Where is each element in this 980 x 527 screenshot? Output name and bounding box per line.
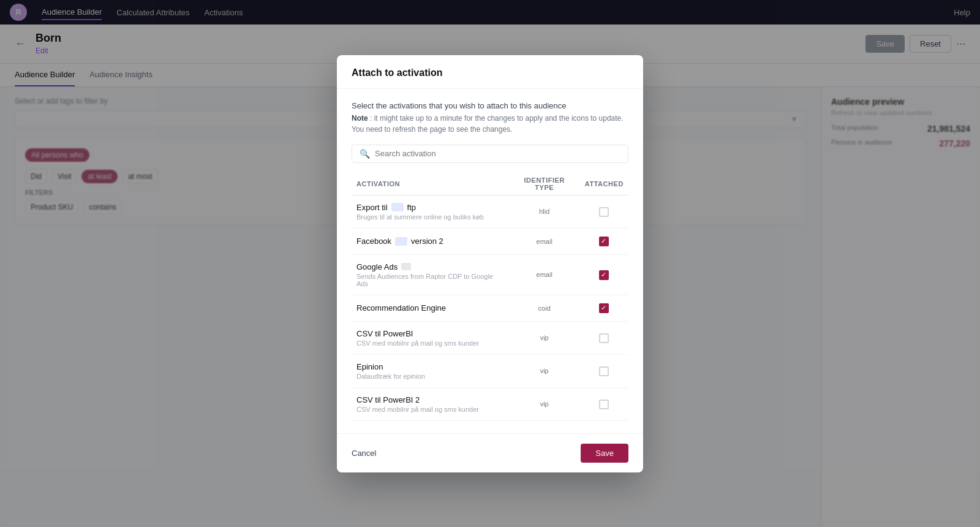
modal-footer: Cancel Save <box>337 433 643 472</box>
search-input[interactable] <box>375 149 620 158</box>
modal-header: Attach to activation <box>337 55 643 89</box>
checkbox-1[interactable] <box>599 237 609 246</box>
logo-icon-0 <box>391 203 404 211</box>
activation-row: Recommendation Engine coid <box>352 295 628 321</box>
activation-cell-0: Export til ftp Bruges til at summere onl… <box>352 195 509 228</box>
identifier-cell-2: email <box>509 254 580 295</box>
modal-overlay: Attach to activation Select the activati… <box>0 0 980 527</box>
activation-name: CSV til PowerBI <box>356 329 504 338</box>
checkbox-0[interactable] <box>599 207 609 217</box>
modal-title: Attach to activation <box>352 67 628 78</box>
activation-cell-3: Recommendation Engine <box>352 295 509 321</box>
checkbox-2[interactable] <box>599 270 609 280</box>
activation-row: Export til ftp Bruges til at summere onl… <box>352 195 628 228</box>
activation-name: Export til ftp <box>356 203 504 212</box>
activation-cell-2: Google Ads Sends Audiences from Raptor C… <box>352 254 509 295</box>
checkbox-cell-5[interactable] <box>580 354 628 387</box>
logo-icon-2 <box>401 263 411 270</box>
activation-row: Facebook version 2 email <box>352 228 628 254</box>
activation-row: Epinion Dataudtræk for epinion vip <box>352 354 628 387</box>
logo-icon-1 <box>395 237 407 246</box>
modal-description: Select the activations that you wish to … <box>352 101 628 110</box>
checkbox-3[interactable] <box>599 303 609 313</box>
checkbox-cell-2[interactable] <box>580 254 628 295</box>
checkbox-5[interactable] <box>599 366 609 376</box>
identifier-cell-1: email <box>509 228 580 254</box>
search-icon: 🔍 <box>360 149 370 159</box>
activation-cell-4: CSV til PowerBI CSV med mobilnr på mail … <box>352 321 509 354</box>
activation-cell-1: Facebook version 2 <box>352 228 509 254</box>
activation-name: Recommendation Engine <box>356 303 504 313</box>
activation-name: CSV til PowerBI 2 <box>356 395 504 404</box>
activation-name: Epinion <box>356 362 504 371</box>
checkbox-cell-6[interactable] <box>580 387 628 420</box>
modal-note: Note : it might take up to a minute for … <box>352 113 628 135</box>
modal-save-button[interactable]: Save <box>581 444 628 463</box>
identifier-cell-6: vip <box>509 387 580 420</box>
checkbox-cell-4[interactable] <box>580 321 628 354</box>
activation-table: Activation Identifier type Attached Expo… <box>352 173 628 421</box>
checkbox-6[interactable] <box>599 400 609 409</box>
identifier-cell-0: hlid <box>509 195 580 228</box>
activation-desc: Bruges til at summere online og butiks k… <box>356 213 504 221</box>
identifier-cell-5: vip <box>509 354 580 387</box>
identifier-cell-4: vip <box>509 321 580 354</box>
col-identifier: Identifier type <box>509 173 580 195</box>
activation-name: Google Ads <box>356 262 504 271</box>
col-activation: Activation <box>352 173 509 195</box>
col-attached: Attached <box>580 173 628 195</box>
activation-desc: Sends Audiences from Raptor CDP to Googl… <box>356 273 504 287</box>
activation-cell-6: CSV til PowerBI 2 CSV med mobilnr på mai… <box>352 387 509 420</box>
modal-note-text: : it might take up to a minute for the c… <box>352 114 624 134</box>
modal-body: Select the activations that you wish to … <box>337 89 643 433</box>
activation-name: Facebook version 2 <box>356 237 504 246</box>
modal-note-prefix: Note <box>352 114 368 123</box>
activation-desc: CSV med mobilnr på mail og sms kunder <box>356 406 504 413</box>
activation-cell-5: Epinion Dataudtræk for epinion <box>352 354 509 387</box>
checkbox-4[interactable] <box>599 333 609 343</box>
search-bar: 🔍 <box>352 145 628 163</box>
checkbox-cell-0[interactable] <box>580 195 628 228</box>
activation-row: CSV til PowerBI CSV med mobilnr på mail … <box>352 321 628 354</box>
identifier-cell-3: coid <box>509 295 580 321</box>
activation-desc: Dataudtræk for epinion <box>356 373 504 380</box>
modal: Attach to activation Select the activati… <box>337 55 643 472</box>
activation-desc: CSV med mobilnr på mail og sms kunder <box>356 339 504 347</box>
checkbox-cell-3[interactable] <box>580 295 628 321</box>
checkbox-cell-1[interactable] <box>580 228 628 254</box>
activation-row: Google Ads Sends Audiences from Raptor C… <box>352 254 628 295</box>
cancel-button[interactable]: Cancel <box>352 449 376 458</box>
activation-row: CSV til PowerBI 2 CSV med mobilnr på mai… <box>352 387 628 420</box>
